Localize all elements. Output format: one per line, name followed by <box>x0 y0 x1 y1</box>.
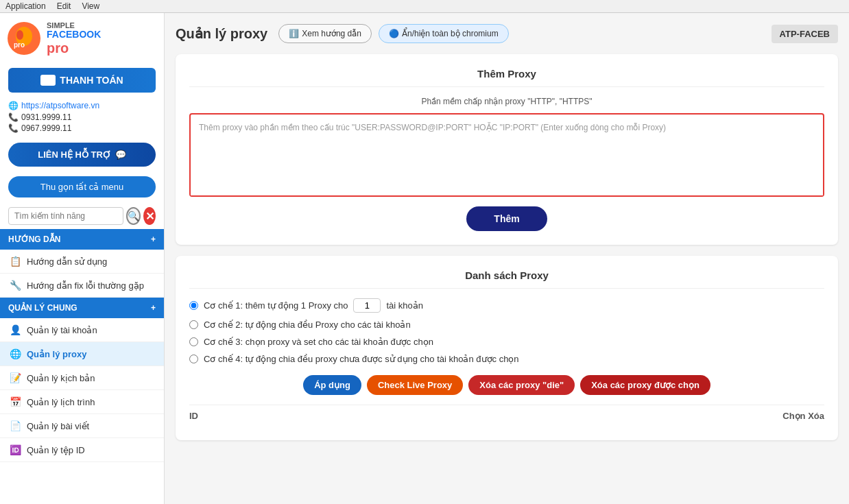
mechanism-3-row: Cơ chế 3: chọn proxy và set cho các tài … <box>189 337 824 347</box>
search-icon[interactable]: 🔍 <box>126 207 141 225</box>
search-bar: 🔍 ✕ <box>8 207 156 225</box>
sidebar-item-proxy[interactable]: 🌐 Quản lý proxy <box>0 342 164 366</box>
sidebar-item-fix-loi[interactable]: 🔧 Hướng dẫn fix lỗi thường gặp <box>0 274 164 298</box>
mechanism-2-row: Cơ chế 2: tự động chia đều Proxy cho các… <box>189 320 824 330</box>
proxy-textarea[interactable] <box>191 141 823 195</box>
phone-icon-1: 📞 <box>8 112 19 122</box>
logo-text: SIMPLE FACEBOOK pro <box>47 21 101 55</box>
account-count-input[interactable] <box>353 298 381 313</box>
account-icon: 👤 <box>10 324 21 335</box>
action-buttons: Áp dụng Check Live Proxy Xóa các proxy "… <box>189 375 824 395</box>
phone1: 📞 0931.9999.11 <box>8 112 156 122</box>
mechanism-4-row: Cơ chế 4: tự động chia đều proxy chưa đư… <box>189 354 824 364</box>
sidebar-item-bai-viet[interactable]: 📄 Quản lý bài viết <box>0 414 164 438</box>
delete-die-proxy-button[interactable]: Xóa các proxy "die" <box>468 375 575 395</box>
add-proxy-title: Thêm Proxy <box>189 68 824 87</box>
phone-icon-2: 📞 <box>8 123 19 133</box>
sidebar-item-lich-trinh[interactable]: 📅 Quản lý lịch trình <box>0 390 164 414</box>
menu-edit[interactable]: Edit <box>57 1 71 11</box>
website-link[interactable]: 🌐 https://atpsoftware.vn <box>8 101 156 110</box>
globe-icon: 🌐 <box>8 101 19 110</box>
proxy-input-wrapper: Thêm proxy vào phần mềm theo cấu trúc "U… <box>189 113 824 197</box>
page-header: Quản lý proxy ℹ️ Xem hướng dẫn 🔵 Ẩn/hiện… <box>176 24 838 43</box>
sidebar-item-tai-khoan[interactable]: 👤 Quản lý tài khoản <box>0 318 164 342</box>
main-content: Quản lý proxy ℹ️ Xem hướng dẫn 🔵 Ẩn/hiện… <box>165 13 849 504</box>
delete-selected-proxy-button[interactable]: Xóa các proxy được chọn <box>580 375 710 395</box>
check-live-proxy-button[interactable]: Check Live Proxy <box>367 375 463 395</box>
mechanism-1-radio[interactable] <box>189 301 198 310</box>
plus-icon-quan-ly: + <box>151 303 156 313</box>
proxy-placeholder-text: Thêm proxy vào phần mềm theo cấu trúc "U… <box>191 115 823 141</box>
app-container: pro SIMPLE FACEBOOK pro THANH TOÁN 🌐 htt… <box>0 13 849 504</box>
chromium-icon: 🔵 <box>389 29 399 38</box>
logo-facebook: FACEBOOK <box>47 29 101 40</box>
svg-text:pro: pro <box>14 41 25 49</box>
collapse-menu-button[interactable]: Thu gọn tất cả menu <box>8 176 156 197</box>
col-header-id: ID <box>189 411 230 421</box>
sidebar: pro SIMPLE FACEBOOK pro THANH TOÁN 🌐 htt… <box>0 13 165 504</box>
info-icon: ℹ️ <box>289 29 299 38</box>
search-input[interactable] <box>8 207 123 225</box>
page-title: Quản lý proxy <box>176 25 267 42</box>
proxy-list-header: ID Chọn Xóa <box>189 405 824 427</box>
mechanism-1-row: Cơ chế 1: thêm tự động 1 Proxy cho tài k… <box>189 298 824 313</box>
sidebar-logo: pro SIMPLE FACEBOOK pro <box>0 13 164 64</box>
clear-search-icon[interactable]: ✕ <box>143 207 156 225</box>
menu-application[interactable]: Application <box>5 1 46 11</box>
chromium-toggle-button[interactable]: 🔵 Ẩn/hiện toàn bộ chromium <box>379 24 509 43</box>
help-button[interactable]: ℹ️ Xem hướng dẫn <box>278 24 372 43</box>
proxy-icon: 🌐 <box>10 348 21 359</box>
menu-view[interactable]: View <box>82 1 99 11</box>
script-icon: 📝 <box>10 372 21 383</box>
support-button[interactable]: LIÊN HỆ HỖ TRỢ 💬 <box>8 143 156 167</box>
sidebar-item-tap-id[interactable]: 🆔 Quản lý tệp ID <box>0 438 164 462</box>
card-icon <box>40 75 56 86</box>
mechanism-radio-group: Cơ chế 1: thêm tự động 1 Proxy cho tài k… <box>189 298 824 364</box>
fix-error-icon: 🔧 <box>10 280 21 291</box>
apply-button[interactable]: Áp dụng <box>303 375 361 395</box>
proxy-list-card: Danh sách Proxy Cơ chế 1: thêm tự động 1… <box>176 256 838 440</box>
sidebar-section-quan-ly-chung[interactable]: QUẢN LÝ CHUNG + <box>0 298 164 318</box>
col-header-select: Chọn Xóa <box>782 411 824 421</box>
mechanism-3-radio[interactable] <box>189 337 198 346</box>
schedule-icon: 📅 <box>10 396 21 407</box>
sidebar-item-kich-ban[interactable]: 📝 Quản lý kịch bản <box>0 366 164 390</box>
contact-info: 🌐 https://atpsoftware.vn 📞 0931.9999.11 … <box>0 97 164 139</box>
phone2: 📞 0967.9999.11 <box>8 123 156 133</box>
proxy-list-title: Danh sách Proxy <box>189 269 824 289</box>
payment-button[interactable]: THANH TOÁN <box>8 68 156 93</box>
id-file-icon: 🆔 <box>10 444 21 455</box>
sidebar-section-huong-dan[interactable]: HƯỚNG DẪN + <box>0 229 164 250</box>
logo-pro: pro <box>47 40 101 56</box>
plus-icon-huong-dan: + <box>151 235 156 244</box>
logo-icon: pro <box>7 21 41 56</box>
chat-icon: 💬 <box>115 149 126 160</box>
usage-guide-icon: 📋 <box>10 256 21 267</box>
mechanism-4-radio[interactable] <box>189 355 198 363</box>
sidebar-item-huong-dan-su-dung[interactable]: 📋 Hướng dẫn sử dụng <box>0 250 164 274</box>
add-proxy-subtitle: Phần mềm chấp nhận proxy "HTTP", "HTTPS" <box>189 97 824 106</box>
menu-bar: Application Edit View <box>0 0 849 13</box>
atp-label: ATP-FACEB <box>772 25 838 43</box>
add-proxy-card: Thêm Proxy Phần mềm chấp nhận proxy "HTT… <box>176 54 838 245</box>
mechanism-2-radio[interactable] <box>189 320 198 329</box>
svg-point-2 <box>16 30 23 40</box>
post-icon: 📄 <box>10 420 21 431</box>
add-proxy-button[interactable]: Thêm <box>466 206 547 231</box>
